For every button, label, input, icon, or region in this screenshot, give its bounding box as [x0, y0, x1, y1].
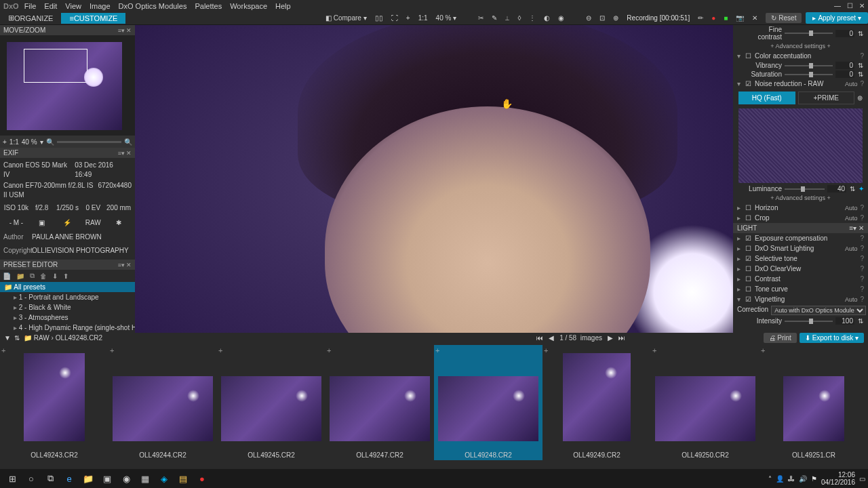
redeye-tool-icon[interactable]: ◉	[554, 13, 568, 23]
clock-date[interactable]: 04/12/2016	[821, 479, 855, 486]
zoom-in-icon[interactable]: ⊕	[609, 13, 623, 23]
thumbnail[interactable]: +OLL49243.CR2	[0, 345, 108, 460]
zoom-pct[interactable]: 40 %	[22, 138, 37, 146]
zoom-ratio[interactable]: 1:1	[9, 138, 19, 146]
help-icon[interactable]: ?	[860, 80, 864, 87]
zoom-level[interactable]: 40 % ▾	[432, 13, 461, 23]
preset-item[interactable]: 1 - Portrait and Landscape	[0, 292, 135, 302]
filter-icon[interactable]: ▼	[4, 334, 11, 342]
preset-import-icon[interactable]: ⬇	[52, 272, 58, 280]
nr-hq-tab[interactable]: HQ (Fast)	[738, 92, 795, 104]
preset-new-icon[interactable]: 📄	[3, 272, 11, 280]
panel-menu-icon[interactable]: ≡▾	[118, 150, 125, 157]
last-icon[interactable]: ⏭	[618, 334, 625, 342]
zoom-out-small-icon[interactable]: 🔍	[46, 138, 54, 146]
rec-dot-icon[interactable]: ●	[707, 13, 719, 23]
thumbnail[interactable]: +OLL49245.CR2	[217, 345, 326, 460]
app-icon[interactable]: ▣	[98, 470, 117, 487]
collapse-icon[interactable]: ▾	[737, 52, 743, 60]
panel-close-icon[interactable]: ✕	[126, 150, 132, 157]
zoom-dropdown-icon[interactable]: ▾	[40, 138, 43, 146]
first-icon[interactable]: ⏮	[536, 334, 543, 342]
prev-icon[interactable]: ◀	[549, 334, 554, 342]
zoom-fit-icon[interactable]: ⊡	[595, 13, 609, 23]
menu-optics[interactable]: DxO Optics Modules	[119, 2, 187, 10]
notifications-icon[interactable]: ▭	[859, 475, 865, 483]
advanced-toggle[interactable]: + Advanced settings +	[733, 193, 868, 203]
win-max[interactable]: ☐	[844, 0, 856, 12]
image-viewport[interactable]: ✋	[135, 25, 733, 333]
menu-help[interactable]: Help	[275, 2, 291, 10]
menu-edit[interactable]: Edit	[44, 2, 57, 10]
panel-menu-icon[interactable]: ≡▾	[118, 27, 125, 34]
rec-pencil-icon[interactable]: ✏	[694, 13, 707, 23]
tray-up-icon[interactable]: ˄	[768, 475, 772, 483]
nr-target-icon[interactable]: ⊕	[857, 94, 863, 102]
preset-item[interactable]: 3 - Atmospheres	[0, 312, 135, 323]
stepper-icon[interactable]: ⇅	[857, 62, 864, 69]
customize-tab[interactable]: ≡ CUSTOMIZE	[61, 13, 125, 24]
organize-tab[interactable]: ⊞ ORGANIZE	[0, 12, 61, 24]
zoom-in-small-icon[interactable]: 🔍	[124, 138, 132, 146]
split-icon[interactable]: ▯▯	[371, 13, 387, 23]
preset-root[interactable]: 📁 All presets	[0, 282, 135, 292]
sort-icon[interactable]: ⇅	[14, 334, 20, 342]
expand-icon[interactable]: ▸	[737, 204, 743, 211]
panel-close-icon[interactable]: ✕	[126, 262, 132, 268]
help-icon[interactable]: ?	[860, 52, 864, 60]
win-min[interactable]: —	[831, 0, 844, 12]
taskview-icon[interactable]: ⧉	[41, 470, 60, 487]
rec-cam-icon[interactable]: 📷	[732, 13, 748, 23]
zoom-slider[interactable]	[57, 141, 121, 143]
preset-item[interactable]: 2 - Black & White	[0, 302, 135, 312]
preset-export-icon[interactable]: ⬆	[63, 272, 68, 280]
start-icon[interactable]: ⊞	[3, 470, 22, 487]
app-icon[interactable]: ▦	[136, 470, 155, 487]
chrome-icon[interactable]: ◉	[117, 470, 136, 487]
movezoom-preview[interactable]	[0, 35, 135, 136]
cortana-icon[interactable]: ○	[22, 470, 41, 487]
tray-user-icon[interactable]: 👤	[776, 475, 784, 483]
print-button[interactable]: 🖨 Print	[764, 333, 797, 343]
menu-view[interactable]: View	[65, 2, 81, 10]
mask-tool-icon[interactable]: ◐	[540, 13, 554, 23]
panel-close-icon[interactable]: ✕	[859, 224, 864, 232]
menu-image[interactable]: Image	[90, 2, 111, 10]
export-button[interactable]: ⬇ Export to disk ▾	[800, 333, 864, 343]
next-icon[interactable]: ▶	[608, 334, 613, 342]
apply-preset-button[interactable]: ▸ Apply preset ▾	[806, 12, 868, 24]
zoom-plus-icon[interactable]: +	[3, 138, 7, 146]
expand-icon[interactable]: ▸	[737, 214, 743, 222]
plus-icon[interactable]: +	[402, 13, 414, 23]
menu-workspace[interactable]: Workspace	[230, 2, 267, 10]
perspective-tool-icon[interactable]: ◊	[513, 13, 525, 23]
panel-close-icon[interactable]: ✕	[126, 27, 132, 34]
preset-folder-icon[interactable]: 📁	[16, 272, 24, 280]
thumbnail[interactable]: +OLL49250.CR2	[651, 345, 760, 460]
thumbnail[interactable]: +OLL49249.CR2	[542, 345, 651, 460]
crop-tool-icon[interactable]: ✂	[474, 13, 488, 23]
nr-prime-tab[interactable]: +PRIME	[798, 92, 855, 104]
compare-button[interactable]: ◧ Compare ▾	[321, 13, 371, 23]
horizon-tool-icon[interactable]: ⟂	[501, 13, 513, 23]
tray-net-icon[interactable]: 🖧	[788, 475, 795, 483]
stepper-icon[interactable]: ⇅	[857, 317, 864, 325]
menu-palettes[interactable]: Palettes	[195, 2, 222, 10]
points-tool-icon[interactable]: ⋮	[525, 13, 540, 23]
menu-file[interactable]: File	[24, 2, 37, 10]
tray-flag-icon[interactable]: ⚑	[811, 475, 817, 483]
thumbnail[interactable]: +OLL49247.CR2	[326, 345, 434, 460]
collapse-icon[interactable]: ▾	[737, 80, 743, 87]
brush-tool-icon[interactable]: ✎	[488, 13, 501, 23]
stepper-icon[interactable]: ⇅	[857, 70, 864, 78]
zoom-out-icon[interactable]: ⊖	[582, 13, 595, 23]
win-close[interactable]: ✕	[856, 0, 868, 12]
preset-item[interactable]: 4 - High Dynamic Range (single-shot HDR	[0, 323, 135, 333]
correction-select[interactable]: Auto with DxO Optics Module	[771, 306, 866, 315]
advanced-toggle[interactable]: + Advanced settings +	[733, 41, 868, 51]
preset-delete-icon[interactable]: 🗑	[40, 272, 47, 280]
stepper-icon[interactable]: ⇅	[857, 30, 864, 37]
reset-button[interactable]: ↻ Reset	[766, 13, 802, 23]
ratio-button[interactable]: 1:1	[414, 13, 432, 23]
rec-close-icon[interactable]: ✕	[748, 13, 762, 23]
